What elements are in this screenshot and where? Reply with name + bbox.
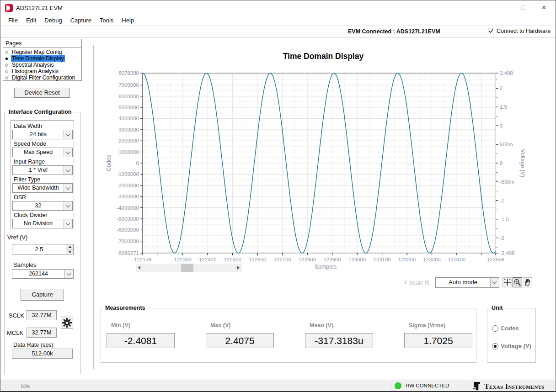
interface-configuration-title: Interface Configuration — [7, 109, 74, 115]
y-axis-right: 2.40821.51500m0-500m-1-1.5-2-2.408 — [496, 70, 515, 256]
sidebar-item-time-domain-display[interactable]: ◆Time Domain Display — [5, 55, 65, 62]
dropdown-value: Wide Bandwidth — [13, 184, 64, 192]
dropdown-osr[interactable]: 32 — [12, 201, 73, 211]
dropdown-filter-type[interactable]: Wide Bandwidth — [12, 183, 73, 193]
chevron-down-icon[interactable] — [64, 166, 72, 175]
device-reset-button[interactable]: Device Reset — [14, 88, 70, 98]
gear-icon — [61, 317, 73, 328]
scrollbar-thumb[interactable] — [181, 264, 193, 272]
x-axis-title-samples: Samples — [315, 264, 337, 270]
cursor-tool-button[interactable] — [503, 277, 512, 287]
svg-text:7000000: 7000000 — [118, 82, 139, 88]
menu-debug[interactable]: Debug — [40, 16, 66, 25]
connect-to-hardware-checkbox[interactable]: Connect to Hardware — [488, 28, 551, 34]
svg-text:123100: 123100 — [373, 257, 390, 262]
vref-input[interactable]: 2.5 — [12, 244, 74, 254]
x-axis-scrollbar[interactable] — [136, 264, 242, 272]
unit-title: Unit — [490, 305, 504, 311]
maximize-icon[interactable]: □ — [513, 0, 534, 15]
chevron-down-icon[interactable] — [64, 201, 72, 210]
pan-tool-button[interactable] — [523, 277, 532, 287]
field-label-clock-divider: Clock Divider — [14, 212, 48, 218]
chevron-down-icon[interactable] — [64, 148, 72, 157]
svg-text:0: 0 — [500, 160, 503, 166]
svg-text:6000000: 6000000 — [118, 94, 139, 99]
svg-text:3000000: 3000000 — [118, 127, 139, 132]
svg-text:-1.5: -1.5 — [500, 217, 509, 222]
unit-option-label: Codes — [501, 325, 519, 332]
radio-icon[interactable] — [492, 325, 498, 332]
zoom-tool-button[interactable] — [513, 277, 522, 287]
dropdown-clock-divider[interactable]: No Division — [12, 219, 73, 228]
dropdown-value: 1 * Vref — [13, 166, 64, 175]
y-scale-fit-label: Y Scale fit — [404, 280, 429, 286]
unit-option-voltage-v-[interactable]: Voltage (V) — [492, 343, 531, 350]
chevron-down-icon[interactable] — [64, 130, 72, 139]
ti-bug-icon — [472, 381, 481, 391]
sidebar-item-spectral-analysis[interactable]: ◇Spectral Analysis — [5, 62, 54, 68]
unit-option-codes[interactable]: Codes — [492, 325, 519, 332]
dropdown-input-range[interactable]: 1 * Vref — [12, 165, 73, 175]
selected-diamond-icon: ◆ — [5, 56, 11, 61]
y-axis-title-codes: Codes — [106, 155, 112, 171]
chevron-down-icon[interactable] — [64, 184, 72, 192]
field-label-input-range: Input Range — [14, 159, 45, 165]
menu-capture[interactable]: Capture — [66, 16, 96, 25]
measure-label-1: Min (V) — [111, 322, 130, 328]
clock-settings-button[interactable] — [61, 317, 73, 329]
diamond-icon: ◇ — [5, 63, 11, 67]
radio-icon[interactable] — [492, 343, 498, 350]
svg-text:1: 1 — [500, 123, 503, 128]
svg-text:123200: 123200 — [398, 257, 416, 262]
dropdown-data-width[interactable]: 24 bits — [12, 130, 73, 139]
menu-tools[interactable]: Tools — [96, 16, 118, 25]
samples-dropdown[interactable]: 262144 — [12, 269, 74, 279]
svg-text:123556: 123556 — [487, 257, 504, 262]
sidebar-item-label: Digital Filter Configuration — [11, 74, 76, 81]
menu-file[interactable]: File — [4, 16, 22, 25]
minimize-icon[interactable]: – — [492, 0, 513, 15]
chevron-down-icon[interactable] — [64, 270, 73, 278]
mclk-value: 32.77M — [27, 328, 57, 338]
measure-value-2: 2.4075 — [206, 333, 274, 348]
vref-decrement-button[interactable] — [66, 249, 73, 254]
scroll-right-icon[interactable] — [234, 264, 242, 272]
svg-text:122300: 122300 — [174, 257, 192, 262]
sidebar-item-register-map-config[interactable]: ◇Register Map Config — [5, 49, 63, 55]
dropdown-speed-mode[interactable]: Max Speed — [12, 148, 73, 157]
checkbox-icon[interactable] — [488, 28, 494, 34]
svg-text:-2.408: -2.408 — [500, 250, 515, 256]
svg-text:2000000: 2000000 — [118, 138, 139, 143]
dropdown-value: No Division — [13, 219, 64, 228]
magnifier-icon — [513, 278, 522, 287]
field-label-data-width: Data Width — [14, 123, 42, 129]
dropdown-value: 32 — [13, 201, 64, 210]
chevron-down-icon[interactable] — [490, 278, 499, 287]
dropdown-value: Max Speed — [13, 148, 64, 157]
menu-edit[interactable]: Edit — [22, 16, 40, 25]
vref-value[interactable]: 2.5 — [12, 244, 66, 254]
ti-logo: Texas Instruments — [472, 381, 545, 391]
hand-icon — [523, 278, 532, 287]
pages-title: Pages — [5, 40, 21, 47]
menu-help[interactable]: Help — [118, 16, 138, 25]
svg-text:-7000000: -7000000 — [117, 238, 139, 244]
scroll-left-icon[interactable] — [136, 264, 144, 272]
status-bar: Idle HW CONNECTED Texas Instruments — [0, 380, 556, 392]
y-scale-mode-dropdown[interactable]: Auto mode — [435, 277, 499, 288]
chevron-down-icon[interactable] — [64, 219, 72, 228]
svg-text:1000000: 1000000 — [118, 149, 139, 155]
close-icon[interactable]: × — [534, 0, 554, 15]
svg-text:1.5: 1.5 — [500, 104, 507, 110]
measurements-title: Measurements — [103, 305, 147, 311]
svg-text:123000: 123000 — [348, 257, 366, 262]
svg-text:122600: 122600 — [249, 257, 266, 262]
svg-text:-1000000: -1000000 — [117, 171, 139, 177]
sidebar-item-digital-filter-configuration[interactable]: ◇Digital Filter Configuration — [5, 74, 76, 81]
sidebar-item-histogram-analysis[interactable]: ◇Histogram Analysis — [5, 68, 59, 74]
capture-button[interactable]: Capture — [21, 289, 64, 301]
vref-increment-button[interactable] — [66, 244, 73, 249]
svg-text:0: 0 — [136, 160, 139, 166]
svg-text:-5000000: -5000000 — [117, 216, 139, 222]
sidebar-item-label: Register Map Config — [11, 49, 63, 55]
